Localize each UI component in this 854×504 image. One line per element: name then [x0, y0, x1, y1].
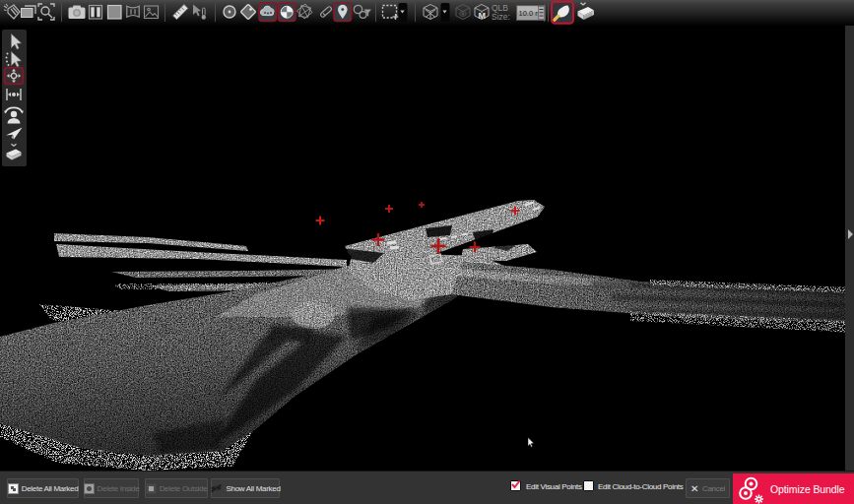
svg-text:10.0 m: 10.0 m: [519, 9, 542, 18]
svg-text:Size:: Size:: [492, 12, 510, 22]
svg-text:Optimize Bundle: Optimize Bundle: [770, 483, 845, 495]
svg-text:M: M: [479, 11, 487, 21]
